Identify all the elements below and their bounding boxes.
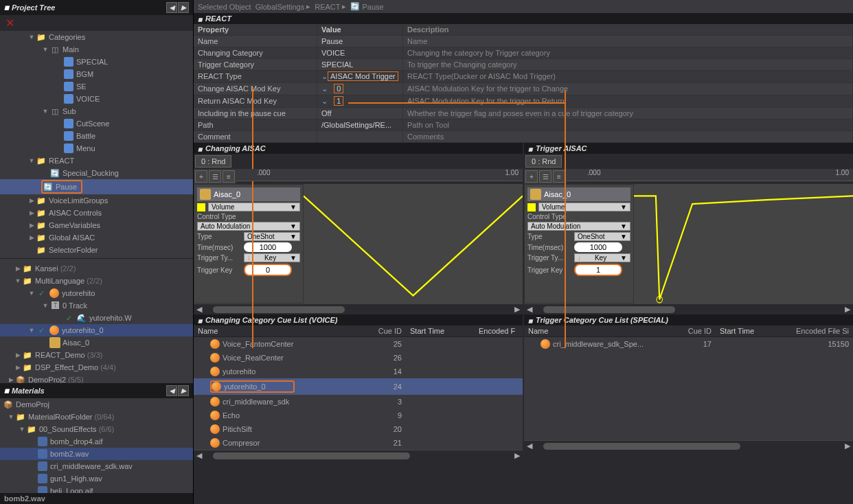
changing-cue-list[interactable]: Voice_FantomCenter25Voice_RealCenter26yu… [194, 337, 523, 450]
controltype-dropdown[interactable]: Auto Modulation▼ [197, 222, 300, 231]
scroll-left-icon[interactable]: ◀ [166, 2, 177, 13]
volume-dropdown[interactable]: Volume▼ [208, 203, 300, 211]
cue-row[interactable]: Echo9 [194, 409, 523, 422]
tree-menu[interactable]: Menu [0, 142, 193, 154]
tree-bgm[interactable]: BGM [0, 68, 193, 80]
list2-button[interactable]: ≡ [553, 170, 565, 183]
cue-header-name[interactable]: Name [524, 325, 661, 336]
cue-row[interactable]: cri_middleware_sdk3 [194, 395, 523, 409]
prop-incpause-value[interactable]: Off [317, 108, 403, 119]
timeline-ruler[interactable]: .0001.00 [567, 169, 853, 181]
prop-chcat-value[interactable]: VOICE [317, 47, 403, 58]
triggerkey-changing-input[interactable]: 0 [244, 264, 292, 276]
tree-yutorehito-0[interactable]: ▼✓yutorehito_0 [0, 324, 193, 336]
tree-track-zero[interactable]: ▼🆃0 Track [0, 299, 193, 312]
mat-soundeffects[interactable]: ▼📁00_SoundEffects (6/6) [0, 423, 193, 435]
list-button[interactable]: ☰ [209, 170, 221, 183]
scrollbar-h[interactable]: ◀▶ [194, 303, 523, 314]
changing-aisac-graph[interactable] [304, 184, 523, 303]
trigger-cue-list[interactable]: cri_middleware_sdk_Spe...1715150 [524, 337, 853, 440]
triggertype-dropdown[interactable]: ↓Key▼ [574, 253, 630, 262]
tree-yutorehito[interactable]: ▼✓yutorehito [0, 287, 193, 299]
tree-categories[interactable]: ▼📁Categories [0, 31, 193, 43]
cue-row[interactable]: PitichSift20 [194, 422, 523, 436]
tree-multilanguage[interactable]: ▼📁MultiLanguage (2/2) [0, 275, 193, 287]
scrollbar-h[interactable]: ◀▶ [194, 450, 523, 461]
color-swatch-icon[interactable] [527, 203, 536, 211]
triggerkey-trigger-input[interactable]: 1 [574, 264, 622, 276]
tree-main[interactable]: ▼◫Main [0, 43, 193, 56]
scrollbar-h[interactable]: ◀▶ [524, 303, 853, 314]
tree-voice[interactable]: VOICE [0, 93, 193, 105]
cue-row[interactable]: Voice_FantomCenter25 [194, 337, 523, 351]
cue-row[interactable]: Compresor21 [194, 436, 523, 450]
tree-gamevariables[interactable]: ▶📁GameVariables [0, 219, 193, 231]
type-dropdown[interactable]: OneShot▼ [574, 232, 630, 241]
time-input[interactable]: 1000 [574, 242, 622, 252]
mat-root[interactable]: ▼📁MaterialRootFolder (0/64) [0, 411, 193, 423]
prop-rtype-value[interactable]: ⌄AISAC Mod Trigger [317, 71, 403, 82]
mat-bomb2[interactable]: bomb2.wav [0, 448, 193, 460]
prop-chkey-value[interactable]: ⌄ 0 [317, 83, 403, 95]
tree-global-aisac[interactable]: ▶📁Global AISAC [0, 231, 193, 244]
mat-gun1[interactable]: gun1_High.wav [0, 472, 193, 485]
tree-yutorehito-wav[interactable]: ✓🌊yutorehito.W [0, 312, 193, 324]
scroll-left-icon[interactable]: ◀ [166, 385, 177, 396]
cue-header-enc[interactable]: Encoded File Si [784, 325, 853, 336]
scrollbar-h[interactable]: ◀▶ [524, 440, 853, 451]
prop-path-value[interactable]: /GlobalSettings/RE... [317, 119, 403, 130]
mat-bombdrop[interactable]: bomb_drop4.aif [0, 435, 193, 448]
tree-kansei[interactable]: ▶📁Kansei (2/2) [0, 262, 193, 275]
prop-retkey-value[interactable]: ⌄ 1 [317, 95, 403, 107]
tree-demoproj2[interactable]: ▶📦DemoProj2 (5/5) [0, 374, 193, 383]
mat-demoproj[interactable]: 📦DemoProj [0, 398, 193, 411]
cue-header-cueid[interactable]: Cue ID [351, 325, 406, 336]
tree-selector-folder[interactable]: 📁SelectorFolder [0, 244, 193, 256]
scroll-right-icon[interactable]: ▶ [178, 385, 189, 396]
tree-voicelimitgroups[interactable]: ▶📁VoiceLimitGroups [0, 194, 193, 207]
tree-se[interactable]: SE [0, 80, 193, 93]
close-icon[interactable]: ✕ [0, 15, 193, 31]
mat-heli[interactable]: heli_Loop.aif [0, 485, 193, 493]
tree-special[interactable]: SPECIAL [0, 56, 193, 68]
tree-react-demo[interactable]: ▶📁REACT_Demo (3/3) [0, 349, 193, 361]
mat-crimw[interactable]: cri_middleware_sdk.wav [0, 460, 193, 472]
add-button[interactable]: + [195, 170, 207, 183]
cue-row[interactable]: yutorehito14 [194, 365, 523, 378]
cue-header-name[interactable]: Name [194, 325, 351, 336]
volume-dropdown[interactable]: Volume▼ [538, 203, 630, 211]
cue-header-cueid[interactable]: Cue ID [661, 325, 716, 336]
cue-header-start[interactable]: Start Time [406, 325, 475, 336]
color-swatch-icon[interactable] [197, 203, 205, 211]
list-button[interactable]: ☰ [539, 170, 551, 183]
tree-battle[interactable]: Battle [0, 130, 193, 142]
scroll-right-icon[interactable]: ▶ [178, 2, 189, 13]
tree-sub[interactable]: ▼◫Sub [0, 105, 193, 117]
materials-tree[interactable]: 📦DemoProj ▼📁MaterialRootFolder (0/64) ▼📁… [0, 398, 193, 493]
tree-dsp-effect[interactable]: ▶📁DSP_Effect_Demo (4/4) [0, 361, 193, 374]
project-tree[interactable]: ▼📁Categories ▼◫Main SPECIAL BGM SE VOICE… [0, 31, 193, 383]
controltype-dropdown[interactable]: Auto Modulation▼ [527, 222, 630, 231]
changing-aisac-tab[interactable]: 0 : Rnd [195, 155, 231, 168]
tree-pause[interactable]: 🔄Pause [0, 179, 193, 194]
prop-comment-value[interactable] [317, 131, 403, 142]
tree-react-folder[interactable]: ▼📁REACT [0, 154, 193, 167]
add-button[interactable]: + [525, 170, 538, 183]
cue-row[interactable]: Voice_RealCenter26 [194, 351, 523, 365]
tree-aisac-0[interactable]: Aisac_0 [0, 336, 193, 349]
tree-cutscene[interactable]: CutScene [0, 117, 193, 130]
prop-trcat-value[interactable]: SPECIAL [317, 59, 403, 70]
cue-header-start[interactable]: Start Time [716, 325, 784, 336]
breadcrumb-pause[interactable]: 🔄Pause [350, 2, 383, 11]
time-input[interactable]: 1000 [244, 242, 292, 252]
cue-row[interactable]: yutorehito_024 [194, 378, 523, 395]
cue-header-enc[interactable]: Encoded F [475, 325, 523, 336]
tree-aisac-controls[interactable]: ▶📁AISAC Controls [0, 207, 193, 219]
trigger-aisac-tab[interactable]: 0 : Rnd [525, 155, 562, 168]
prop-name-value[interactable]: Pause [317, 36, 403, 47]
cue-row[interactable]: cri_middleware_sdk_Spe...1715150 [524, 337, 853, 351]
breadcrumb-react[interactable]: REACT▸ [315, 2, 346, 11]
trigger-aisac-graph[interactable] [634, 184, 853, 303]
timeline-ruler[interactable]: .0001.00 [236, 169, 523, 181]
tree-special-ducking[interactable]: 🔄Special_Ducking [0, 167, 193, 179]
